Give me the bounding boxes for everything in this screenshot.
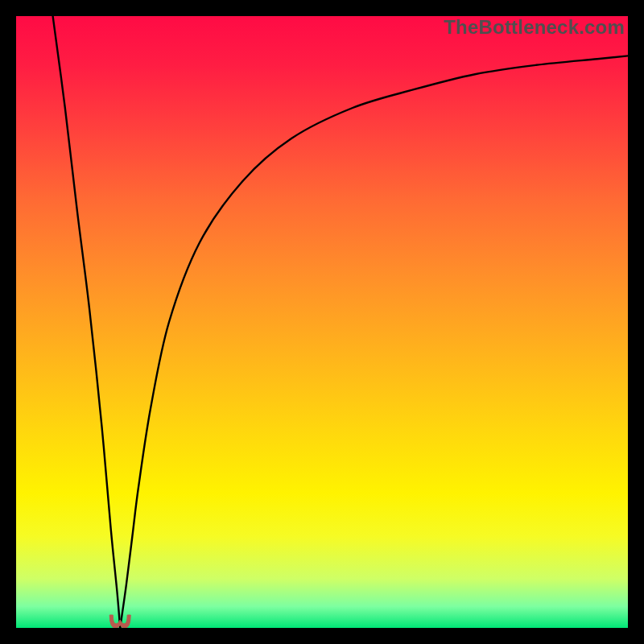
- chart-svg: [16, 16, 628, 628]
- gradient-background: [16, 16, 628, 628]
- chart-frame: TheBottleneck.com: [16, 16, 628, 628]
